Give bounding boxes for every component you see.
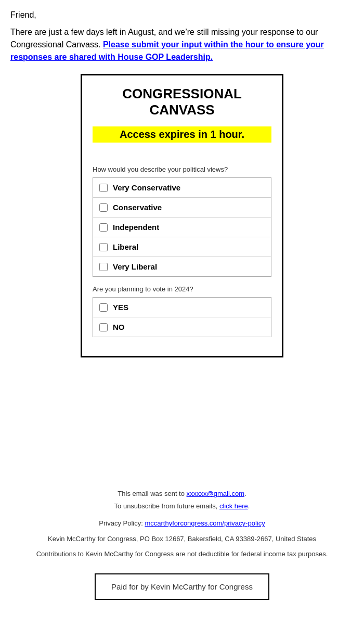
footer: This email was sent to xxxxxx@gmail.com.… xyxy=(10,488,354,600)
paid-for-box: Paid for by Kevin McCarthy for Congress xyxy=(95,573,269,600)
label-very-liberal: Very Liberal xyxy=(113,262,157,271)
footer-privacy-line: Privacy Policy: mccarthyforcongress.com/… xyxy=(10,517,354,529)
footer-email-link[interactable]: xxxxxx@gmail.com xyxy=(187,490,244,497)
unsubscribe-prefix: To unsubscribe from future emails, xyxy=(114,502,218,510)
checkbox-very-liberal[interactable] xyxy=(99,263,108,271)
label-conservative: Conservative xyxy=(113,203,162,212)
sent-to-text: This email was sent to xyxy=(118,490,185,497)
label-liberal: Liberal xyxy=(113,242,138,251)
checkbox-very-conservative[interactable] xyxy=(99,184,108,192)
checkbox-liberal[interactable] xyxy=(99,243,108,251)
footer-email-line: This email was sent to xxxxxx@gmail.com. xyxy=(10,488,354,500)
paid-for-text: Paid for by Kevin McCarthy for Congress xyxy=(111,582,253,591)
unsubscribe-link[interactable]: click here xyxy=(219,502,248,510)
checkbox-yes[interactable] xyxy=(99,303,108,312)
political-views-options: Very Conservative Conservative Independe… xyxy=(93,177,271,277)
expires-banner: Access expires in 1 hour. xyxy=(93,126,271,143)
label-very-conservative: Very Conservative xyxy=(113,183,180,192)
option-very-conservative[interactable]: Very Conservative xyxy=(93,178,271,198)
label-independent: Independent xyxy=(113,223,159,232)
canvass-title: CONGRESSIONAL CANVASS xyxy=(93,86,271,118)
privacy-prefix: Privacy Policy: xyxy=(99,519,143,527)
privacy-link[interactable]: mccarthyforcongress.com/privacy-policy xyxy=(145,519,265,527)
greeting-text: Friend, xyxy=(10,10,354,20)
option-yes[interactable]: YES xyxy=(93,298,271,317)
option-independent[interactable]: Independent xyxy=(93,217,271,237)
spacer xyxy=(10,373,354,467)
question1-label: How would you describe your political vi… xyxy=(93,165,271,173)
option-very-liberal[interactable]: Very Liberal xyxy=(93,257,271,276)
question2-label: Are you planning to vote in 2024? xyxy=(93,285,271,293)
checkbox-no[interactable] xyxy=(99,323,108,331)
option-conservative[interactable]: Conservative xyxy=(93,198,271,217)
intro-paragraph: There are just a few days left in August… xyxy=(10,26,354,63)
option-liberal[interactable]: Liberal xyxy=(93,237,271,257)
option-no[interactable]: NO xyxy=(93,317,271,337)
label-no: NO xyxy=(113,323,125,331)
canvass-card: CONGRESSIONAL CANVASS Access expires in … xyxy=(81,74,283,357)
checkbox-independent[interactable] xyxy=(99,223,108,232)
vote-options: YES NO xyxy=(93,297,271,337)
footer-unsubscribe-line: To unsubscribe from future emails, click… xyxy=(10,500,354,512)
label-yes: YES xyxy=(113,303,128,312)
checkbox-conservative[interactable] xyxy=(99,203,108,212)
footer-disclaimer: Contributions to Kevin McCarthy for Cong… xyxy=(10,548,354,560)
footer-address: Kevin McCarthy for Congress, PO Box 1266… xyxy=(10,533,354,545)
